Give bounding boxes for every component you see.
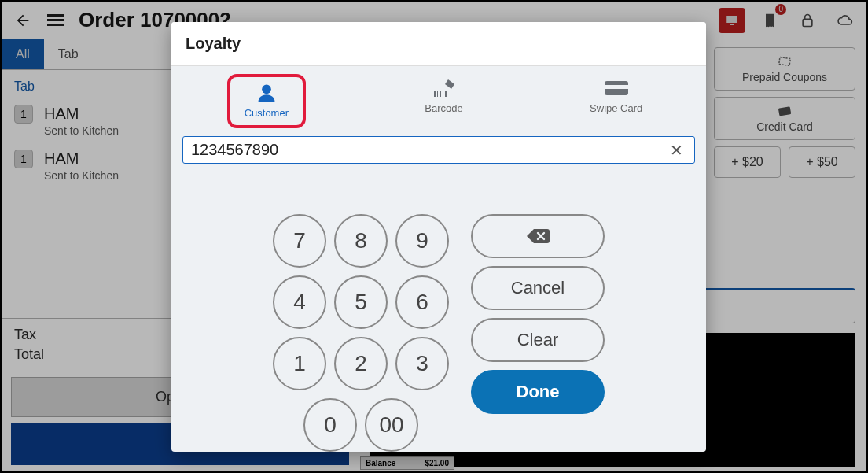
loyalty-modal: Loyalty Customer Barcode Swipe Card ✕ <box>171 22 706 452</box>
method-tab-swipe[interactable]: Swipe Card <box>582 74 650 128</box>
person-icon <box>253 82 280 104</box>
backspace-button[interactable] <box>471 214 605 258</box>
key-9[interactable]: 9 <box>395 214 449 268</box>
svg-point-3 <box>262 85 271 94</box>
svg-rect-6 <box>440 91 441 97</box>
svg-rect-5 <box>437 91 438 97</box>
card-icon <box>603 77 630 99</box>
customer-tab-highlight: Customer <box>227 74 306 128</box>
svg-rect-4 <box>434 91 436 97</box>
svg-rect-10 <box>605 85 628 89</box>
loyalty-input-wrapper: ✕ <box>182 136 695 164</box>
key-8[interactable]: 8 <box>334 214 388 268</box>
key-0[interactable]: 0 <box>303 398 357 452</box>
key-5[interactable]: 5 <box>334 275 388 329</box>
key-3[interactable]: 3 <box>395 337 449 390</box>
key-7[interactable]: 7 <box>273 214 326 268</box>
modal-title: Loyalty <box>171 22 706 66</box>
barcode-scanner-icon <box>431 77 458 99</box>
clear-button[interactable]: Clear <box>471 318 605 362</box>
loyalty-input[interactable] <box>191 141 667 159</box>
svg-rect-7 <box>443 91 443 97</box>
done-button[interactable]: Done <box>471 370 605 414</box>
clear-input-icon[interactable]: ✕ <box>667 141 686 160</box>
cancel-button[interactable]: Cancel <box>471 266 605 310</box>
loyalty-method-tabs: Customer Barcode Swipe Card <box>171 66 706 133</box>
key-1[interactable]: 1 <box>273 337 326 390</box>
method-tab-barcode[interactable]: Barcode <box>417 74 470 128</box>
method-tab-customer[interactable]: Customer <box>237 79 296 122</box>
keypad: 7 8 9 4 5 6 1 2 3 0 00 Cancel Clear Done <box>171 172 706 452</box>
key-4[interactable]: 4 <box>273 275 326 329</box>
key-2[interactable]: 2 <box>334 337 388 390</box>
key-6[interactable]: 6 <box>395 275 449 329</box>
svg-rect-8 <box>445 91 447 97</box>
key-00[interactable]: 00 <box>365 398 418 452</box>
